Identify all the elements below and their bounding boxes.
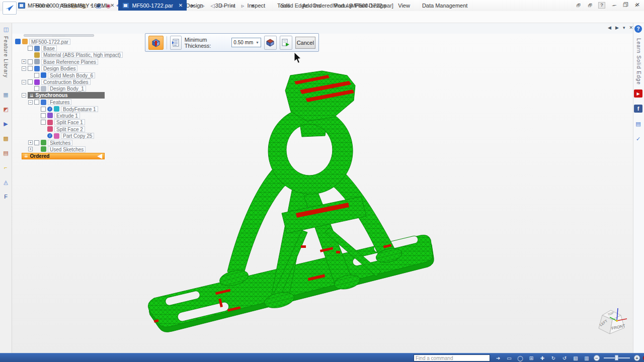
tree-row[interactable]: Design Body_1: [13, 85, 105, 92]
facebook-icon[interactable]: f: [634, 105, 642, 113]
tree-row[interactable]: Base: [13, 45, 105, 51]
tree-item-label[interactable]: Split Face 2: [54, 126, 85, 132]
expand-plus-icon[interactable]: +: [22, 59, 26, 64]
find-command-input[interactable]: Find a command: [414, 354, 490, 361]
doc-minimize-button[interactable]: –: [610, 2, 617, 9]
expand-plus-icon[interactable]: +: [28, 140, 33, 145]
tree-item-label[interactable]: Split Face 1: [54, 119, 85, 125]
app-logo[interactable]: [3, 2, 17, 15]
collapse-minus-icon[interactable]: −: [22, 93, 26, 98]
bracket-mesh-body[interactable]: [148, 71, 434, 332]
tree-row[interactable]: iBodyFeature 1: [13, 106, 105, 112]
tree-item-label[interactable]: Sketches: [48, 140, 72, 146]
pathfinder-drag-handle[interactable]: ..........: [24, 34, 94, 37]
cancel-button[interactable]: Cancel: [295, 37, 315, 49]
help-box-icon[interactable]: ?: [598, 2, 605, 9]
collapse-minus-icon[interactable]: −: [22, 66, 26, 71]
feature-library-pane-icon[interactable]: ◫: [2, 25, 11, 33]
analyze-icon[interactable]: [264, 36, 277, 50]
notes-icon[interactable]: ▤: [2, 149, 10, 157]
tree-item-label[interactable]: Extrude 1: [54, 113, 80, 119]
ribbon-tab-view[interactable]: View: [392, 0, 416, 12]
tree-row[interactable]: +Used Sketches: [13, 146, 105, 152]
view-cube[interactable]: TOP LEFT FRONT: [599, 308, 627, 334]
tree-row[interactable]: ⇊Ordered◀: [13, 153, 105, 159]
window-tabs-icon[interactable]: 🗗: [587, 2, 594, 9]
spin-icon[interactable]: ↺: [560, 354, 569, 362]
image-capture-icon[interactable]: ▦: [2, 90, 10, 99]
thin-wall-analysis-icon[interactable]: [148, 36, 164, 50]
ribbon-tab-3d-print[interactable]: 3D Print: [209, 0, 242, 12]
ribbon-tab-modular-plant-design[interactable]: Modular Plant Design: [327, 0, 392, 12]
tree-row[interactable]: Split Face 1: [13, 119, 105, 126]
addins-icon[interactable]: ◬: [2, 178, 10, 186]
tree-row[interactable]: Extrude 1: [13, 112, 105, 119]
collapse-minus-icon[interactable]: −: [28, 100, 33, 105]
tree-item-label[interactable]: Material (ABS Plastic, high impact): [41, 52, 123, 58]
tree-checkbox[interactable]: [28, 79, 33, 84]
feature-library-tab[interactable]: Feature Library: [3, 36, 9, 78]
tab-close-icon[interactable]: ✕: [179, 3, 183, 8]
animation-icon[interactable]: ▶: [2, 120, 10, 128]
tree-item-label[interactable]: Design Body_1: [48, 85, 86, 92]
view-styles-icon[interactable]: ▧: [572, 354, 580, 362]
tree-checkbox[interactable]: [34, 73, 39, 78]
pan-icon[interactable]: ✚: [538, 354, 546, 362]
window-cascade-icon[interactable]: 🗗: [575, 2, 582, 9]
tab-close-icon[interactable]: ✕: [629, 25, 633, 30]
tree-row[interactable]: Material (ABS Plastic, high impact): [13, 52, 105, 58]
tree-checkbox[interactable]: [28, 66, 33, 71]
key-icon[interactable]: ⌐: [2, 163, 10, 171]
document-tab[interactable]: MF500-1722.par✕: [118, 0, 187, 11]
tree-item-label[interactable]: BodyFeature 1: [61, 106, 98, 112]
zoom-slider[interactable]: [604, 357, 630, 358]
sensors-icon[interactable]: ◩: [2, 105, 10, 113]
news-doc-icon[interactable]: ▤: [634, 120, 642, 128]
ribbon-tab-add-ins[interactable]: Add Ins: [296, 0, 327, 12]
ordered-header[interactable]: ⇊Ordered◀: [22, 153, 105, 159]
tree-item-label[interactable]: Design Bodies: [41, 65, 77, 71]
collapse-minus-icon[interactable]: −: [22, 80, 26, 84]
tree-row[interactable]: −Design Bodies: [13, 65, 105, 72]
tree-row[interactable]: Solid Mesh Body_6: [13, 72, 105, 78]
next-command-icon[interactable]: ➜: [494, 354, 502, 362]
tree-item-label[interactable]: MF500-1722.par: [29, 39, 70, 45]
tree-item-label[interactable]: Features: [48, 99, 71, 105]
tree-row[interactable]: −⇊Synchronous: [13, 92, 105, 99]
tree-checkbox[interactable]: [34, 140, 39, 145]
tree-checkbox[interactable]: [41, 113, 46, 118]
tree-checkbox[interactable]: [41, 120, 46, 125]
zoom-area-icon[interactable]: ◯: [516, 354, 524, 362]
expand-plus-icon[interactable]: +: [28, 147, 33, 151]
tab-next-icon[interactable]: ▶: [615, 25, 619, 30]
color-map-icon[interactable]: ▩: [2, 134, 10, 142]
minimum-thickness-combo[interactable]: 0.50 mm ▼: [231, 38, 261, 47]
tree-checkbox[interactable]: [34, 86, 39, 91]
zoom-out-button[interactable]: −: [594, 355, 600, 361]
ordered-collapse-arrow-icon[interactable]: ◀: [98, 152, 102, 159]
tree-row[interactable]: +Sketches: [13, 139, 105, 146]
tree-item-label[interactable]: Used Sketches: [48, 146, 86, 152]
ribbon-tab-data-management[interactable]: Data Management: [416, 0, 474, 12]
tree-item-label[interactable]: Part Copy 25: [61, 133, 94, 139]
tree-item-label[interactable]: Construction Bodies: [41, 79, 91, 85]
youtube-icon[interactable]: ▶: [634, 89, 642, 98]
document-tab[interactable]: MF500 0000 ASSEMBLY 160...✕: [14, 0, 118, 11]
tree-item-label[interactable]: Base Reference Planes: [41, 59, 98, 65]
tree-checkbox[interactable]: [28, 46, 33, 51]
tab-prev-icon[interactable]: ◀: [608, 25, 611, 30]
tree-row[interactable]: −Features: [13, 99, 105, 106]
learn-solid-edge-tab[interactable]: Learn Solid Edge: [636, 38, 641, 85]
tree-checkbox[interactable]: [41, 107, 46, 112]
synchronous-header[interactable]: ⇊Synchronous: [28, 92, 105, 99]
tree-row[interactable]: MF500-1722.par: [13, 38, 105, 45]
tree-checkbox[interactable]: [34, 100, 39, 105]
help-circle-icon[interactable]: ?: [634, 25, 642, 33]
command-options-icon[interactable]: [170, 36, 182, 50]
fit-icon[interactable]: ⊞: [527, 354, 535, 362]
doc-close-button[interactable]: ✕: [633, 2, 640, 9]
mesh-model-canvas[interactable]: TOP LEFT FRONT: [12, 34, 633, 353]
select-window-icon[interactable]: ▭: [505, 354, 513, 362]
tree-item-label[interactable]: Base: [41, 45, 57, 51]
zoom-slider-thumb[interactable]: [615, 355, 618, 360]
